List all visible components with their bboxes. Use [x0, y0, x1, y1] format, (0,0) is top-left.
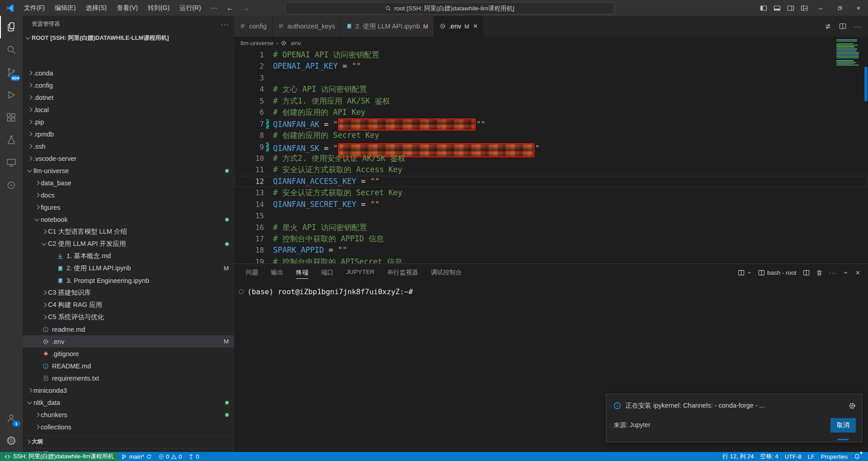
editor-tab-config[interactable]: config — [234, 16, 273, 37]
tree-item-C5 系统评估与优化[interactable]: C5 系统评估与优化 — [23, 311, 234, 323]
remote-indicator[interactable]: SSH: 阿里(白嫖)datawhile-llm课程用机 — [0, 452, 118, 461]
editor-tab-.env[interactable]: .envM× — [434, 16, 484, 37]
tree-item-nltk_data[interactable]: nltk_data — [23, 396, 234, 409]
panel-tab-串行监视器[interactable]: 串行监视器 — [387, 267, 419, 279]
close-panel-icon[interactable] — [855, 270, 861, 276]
menu-item-1[interactable]: 编辑(E) — [50, 4, 81, 11]
panel-tab-JUPYTER[interactable]: JUPYTER — [346, 267, 375, 279]
minimize-button[interactable]: – — [811, 0, 830, 16]
split-terminal-icon[interactable] — [803, 269, 810, 276]
editor-tab-authorized_keys[interactable]: authorized_keys — [273, 16, 341, 37]
minimap[interactable] — [836, 39, 859, 66]
tree-item-.pip[interactable]: .pip — [23, 116, 234, 128]
editor-tab-2. 使用 LLM API.ipynb[interactable]: 2. 使用 LLM API.ipynbM — [341, 16, 434, 37]
tree-item-collections[interactable]: collections — [23, 421, 234, 433]
tree-item-readme.md[interactable]: readme.md — [23, 323, 234, 335]
tree-item-chunkers[interactable]: chunkers — [23, 409, 234, 421]
problems-item[interactable]: 0 0 — [155, 452, 185, 461]
source-control-icon[interactable]: 504 — [0, 61, 23, 84]
panel-tab-输出[interactable]: 输出 — [271, 267, 283, 279]
eol-item[interactable]: LF — [805, 452, 818, 461]
search-icon[interactable] — [0, 38, 23, 61]
terminal[interactable]: (base) root@iZbp1bgni7jnk8f7ui0xzyZ:~# — [234, 281, 868, 296]
language-mode-item[interactable]: Properties — [818, 452, 851, 461]
tree-item-.ssh[interactable]: .ssh — [23, 140, 234, 152]
breadcrumb[interactable]: llm-universe › .env — [234, 37, 868, 49]
notifications-bell-icon[interactable] — [851, 452, 863, 461]
forward-button[interactable]: → — [238, 4, 254, 13]
run-debug-icon[interactable] — [0, 84, 23, 106]
cancel-button[interactable]: 取消 — [830, 418, 856, 433]
menu-item-2[interactable]: 选择(S) — [81, 4, 112, 11]
toggle-panel-icon[interactable] — [770, 0, 784, 16]
terminal-session-item[interactable]: bash - root — [758, 269, 797, 276]
jupyter-icon[interactable] — [0, 174, 23, 197]
ports-item[interactable]: 0 — [185, 452, 202, 461]
sidebar-section-0[interactable]: 大纲 — [23, 435, 234, 448]
settings-icon[interactable] — [0, 429, 23, 452]
extensions-icon[interactable] — [0, 106, 23, 129]
tree-item-.gitignore[interactable]: .gitignore — [23, 348, 234, 360]
tree-item-requirements.txt[interactable]: requirements.txt — [23, 372, 234, 384]
panel-tab-问题[interactable]: 问题 — [246, 267, 258, 279]
tree-item-C4 构建 RAG 应用[interactable]: C4 构建 RAG 应用 — [23, 299, 234, 311]
tree-item-notebook[interactable]: notebook — [23, 213, 234, 226]
launch-profile-button[interactable] — [738, 269, 752, 276]
toggle-secondary-sidebar-icon[interactable] — [784, 0, 797, 16]
tree-item-.dotnet[interactable]: .dotnet — [23, 91, 234, 103]
tree-item-.local[interactable]: .local — [23, 103, 234, 116]
close-tab-icon[interactable]: × — [473, 22, 477, 30]
editor-more-actions-icon[interactable]: ··· — [854, 23, 862, 30]
overview-ruler-marker[interactable] — [864, 67, 868, 101]
breadcrumb-folder[interactable]: llm-universe — [241, 40, 274, 47]
command-center-search[interactable]: root [SSH: 阿里(白嫖)datawhile-llm课程用机] — [286, 2, 614, 14]
menu-item-3[interactable]: 查看(V) — [112, 4, 143, 11]
sidebar-section-1[interactable]: 时间线 — [23, 448, 234, 452]
panel-tab-端口[interactable]: 端口 — [321, 267, 333, 279]
menu-item-5[interactable]: 运行(R) — [175, 4, 206, 11]
tree-item-figures[interactable]: figures — [23, 201, 234, 213]
kill-terminal-icon[interactable] — [816, 269, 823, 276]
git-branch-item[interactable]: main* — [118, 452, 155, 461]
account-icon[interactable]: 1 — [0, 407, 23, 429]
tree-item-docs[interactable]: docs — [23, 189, 234, 201]
tree-item-3. Prompt Engineering.ipynb[interactable]: 3. Prompt Engineering.ipynb — [23, 274, 234, 287]
explorer-more-actions-icon[interactable]: ··· — [221, 20, 229, 28]
menu-item-6[interactable]: ··· — [206, 4, 222, 11]
breadcrumb-file[interactable]: .env — [289, 40, 301, 47]
tree-item-README.md[interactable]: README.md — [23, 360, 234, 372]
tree-item-.rpmdb[interactable]: .rpmdb — [23, 128, 234, 140]
encoding-item[interactable]: UTF-8 — [782, 452, 805, 461]
testing-icon[interactable] — [0, 129, 23, 151]
split-editor-icon[interactable] — [839, 23, 846, 30]
tree-item-miniconda3[interactable]: miniconda3 — [23, 384, 234, 396]
panel-tab-终端[interactable]: 终端 — [296, 267, 308, 279]
cursor-position-item[interactable]: 行 12, 列 24 — [719, 452, 757, 461]
tree-item-C1 大型语言模型 LLM 介绍[interactable]: C1 大型语言模型 LLM 介绍 — [23, 226, 234, 238]
tree-item-llm-universe[interactable]: llm-universe — [23, 165, 234, 177]
tree-item-.env[interactable]: .envM — [23, 335, 234, 348]
customize-layout-icon[interactable] — [797, 0, 811, 16]
panel-tab-调试控制台[interactable]: 调试控制台 — [431, 267, 462, 279]
restore-button[interactable] — [830, 0, 849, 16]
tree-item-C3 搭建知识库[interactable]: C3 搭建知识库 — [23, 287, 234, 299]
toggle-sidebar-icon[interactable] — [757, 0, 770, 16]
tree-item-C2 使用 LLM API 开发应用[interactable]: C2 使用 LLM API 开发应用 — [23, 238, 234, 250]
explorer-root-folder[interactable]: ROOT [SSH: 阿里(白嫖)DATAWHILE-LLM课程用机] — [23, 32, 234, 44]
code-editor[interactable]: 1# OPENAI API 访问密钥配置2OPENAI_API_KEY = ""… — [234, 49, 868, 263]
close-window-button[interactable]: × — [849, 0, 868, 16]
remote-explorer-icon[interactable] — [0, 151, 23, 174]
explorer-icon[interactable] — [0, 16, 23, 38]
tree-item-1. 基本概念.md[interactable]: 1. 基本概念.md — [23, 250, 234, 262]
tree-item-data_base[interactable]: data_base — [23, 177, 234, 189]
tree-item-.vscode-server[interactable]: .vscode-server — [23, 152, 234, 165]
notification-settings-gear-icon[interactable] — [849, 402, 856, 409]
indentation-item[interactable]: 空格: 4 — [757, 452, 781, 461]
tree-item-.config[interactable]: .config — [23, 79, 234, 91]
maximize-panel-icon[interactable] — [843, 270, 849, 276]
menu-item-0[interactable]: 文件(F) — [19, 4, 50, 11]
open-changes-icon[interactable] — [824, 23, 832, 30]
tree-item-.conda[interactable]: .conda — [23, 67, 234, 79]
menu-item-4[interactable]: 转到(G) — [143, 4, 175, 11]
tree-item-2. 使用 LLM API.ipynb[interactable]: 2. 使用 LLM API.ipynbM — [23, 262, 234, 274]
